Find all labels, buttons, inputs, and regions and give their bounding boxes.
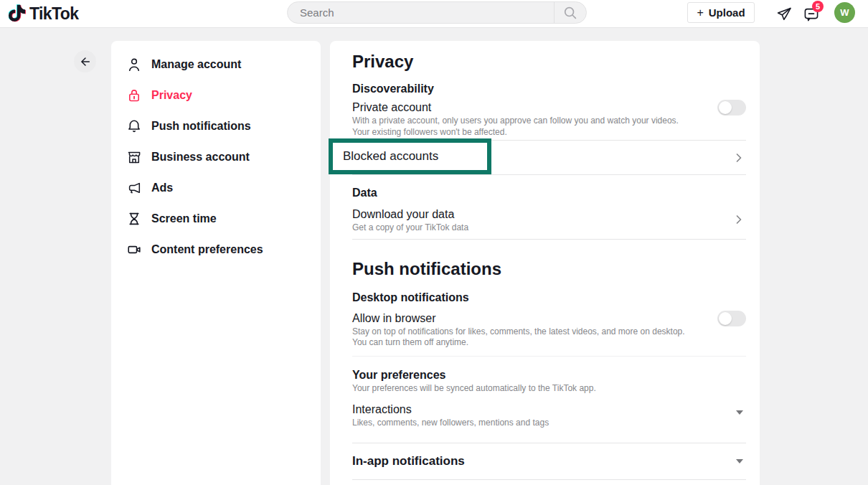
- chevron-down-icon[interactable]: [736, 459, 743, 463]
- back-button[interactable]: [74, 50, 96, 72]
- your-preferences-description: Your preferences will be synced automati…: [352, 383, 695, 395]
- your-preferences-heading: Your preferences: [352, 367, 746, 382]
- allow-in-browser-toggle[interactable]: [717, 311, 746, 326]
- private-account-toggle[interactable]: [717, 100, 746, 116]
- sidebar-item-push-notifications[interactable]: Push notifications: [111, 110, 321, 141]
- tiktok-logo[interactable]: TikTok: [9, 3, 78, 24]
- avatar[interactable]: W: [834, 2, 855, 23]
- interactions-description: Likes, comments, new followers, mentions…: [352, 418, 549, 429]
- in-app-notifications-heading: In-app notifications: [352, 454, 465, 468]
- allow-in-browser-description: Stay on top of notifications for likes, …: [352, 326, 695, 349]
- interactions-label: Interactions: [352, 402, 549, 417]
- upload-button[interactable]: + Upload: [687, 2, 755, 23]
- search-input[interactable]: [288, 2, 554, 23]
- search-button[interactable]: [555, 2, 586, 23]
- divider: [352, 479, 746, 480]
- sidebar-item-label: Privacy: [151, 89, 192, 102]
- chevron-right-icon: [733, 214, 745, 225]
- sidebar-item-ads[interactable]: Ads: [111, 172, 321, 203]
- divider: [352, 174, 746, 175]
- sidebar-item-manage-account[interactable]: Manage account: [111, 49, 321, 80]
- divider: [352, 356, 746, 357]
- sidebar-item-label: Content preferences: [151, 243, 263, 256]
- search-icon: [562, 5, 578, 21]
- blocked-accounts-label: Blocked accounts: [343, 149, 438, 164]
- annotation-highlight-blocked-accounts[interactable]: Blocked accounts: [329, 138, 491, 174]
- sidebar-item-business-account[interactable]: Business account: [111, 141, 321, 172]
- hourglass-icon: [126, 211, 142, 227]
- notification-badge: 5: [812, 1, 824, 12]
- sidebar-item-label: Screen time: [151, 212, 217, 225]
- sidebar-item-privacy[interactable]: Privacy: [111, 80, 321, 110]
- paper-plane-icon: [775, 6, 793, 23]
- allow-in-browser-label: Allow in browser: [352, 311, 695, 326]
- inbox-button[interactable]: 5: [802, 5, 821, 24]
- sidebar-item-label: Ads: [151, 182, 173, 194]
- private-account-row: Private account With a private account, …: [352, 100, 746, 138]
- settings-sidebar: Manage account Privacy Push notification…: [111, 41, 321, 485]
- search-bar[interactable]: [287, 1, 587, 24]
- lock-icon: [126, 88, 142, 103]
- in-app-notifications-row[interactable]: In-app notifications: [352, 443, 746, 479]
- download-data-row[interactable]: Download your data Get a copy of your Ti…: [352, 207, 746, 234]
- sidebar-item-content-preferences[interactable]: Content preferences: [111, 234, 321, 265]
- privacy-title: Privacy: [352, 51, 746, 72]
- plus-icon: +: [697, 7, 703, 19]
- download-data-label: Download your data: [352, 207, 468, 222]
- person-icon: [126, 57, 142, 72]
- download-data-description: Get a copy of your TikTok data: [352, 222, 468, 234]
- chevron-right-icon: [733, 152, 745, 164]
- arrow-left-icon: [79, 55, 92, 68]
- top-bar: TikTok + Upload 5 W: [0, 0, 868, 28]
- private-account-label: Private account: [352, 100, 695, 115]
- sidebar-item-label: Business account: [151, 151, 250, 164]
- tiktok-note-icon: [9, 3, 28, 24]
- data-heading: Data: [352, 185, 746, 200]
- settings-content: Privacy Discoverability Private account …: [330, 41, 760, 485]
- storefront-icon: [126, 149, 142, 165]
- interactions-row[interactable]: Interactions Likes, comments, new follow…: [352, 402, 746, 429]
- megaphone-icon: [126, 180, 142, 196]
- messages-button[interactable]: [775, 5, 793, 24]
- sidebar-item-label: Manage account: [151, 58, 241, 71]
- allow-in-browser-row: Allow in browser Stay on top of notifica…: [352, 311, 746, 349]
- video-camera-icon: [126, 242, 142, 258]
- private-account-description: With a private account, only users you a…: [352, 116, 695, 138]
- logo-wordmark: TikTok: [29, 4, 78, 24]
- push-notifications-title: Push notifications: [352, 258, 746, 280]
- bell-icon: [126, 118, 142, 134]
- sidebar-item-screen-time[interactable]: Screen time: [111, 203, 321, 234]
- desktop-notifications-heading: Desktop notifications: [352, 290, 746, 305]
- chevron-down-icon[interactable]: [736, 410, 743, 415]
- sidebar-item-label: Push notifications: [151, 120, 251, 133]
- discoverability-heading: Discoverability: [352, 81, 746, 96]
- divider: [352, 239, 746, 240]
